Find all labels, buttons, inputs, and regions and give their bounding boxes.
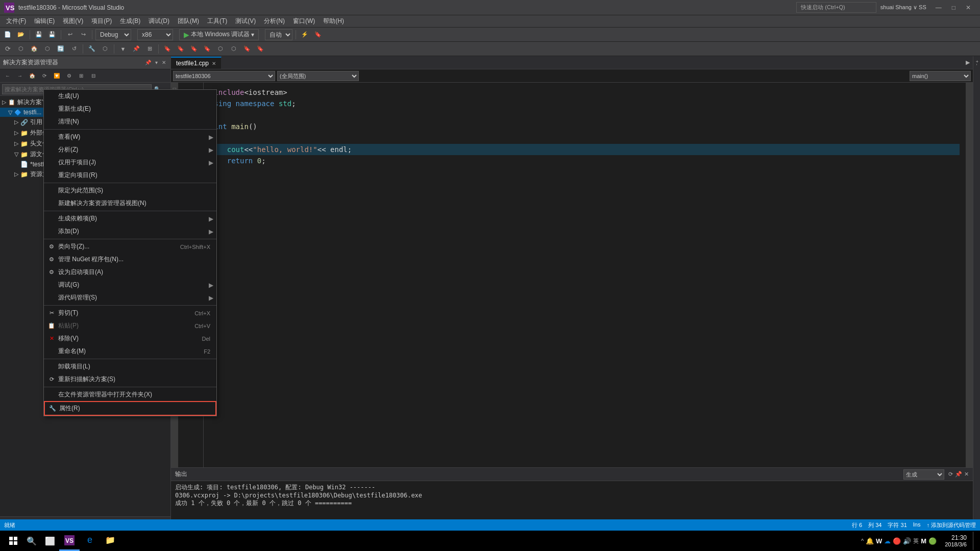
cm-view[interactable]: 查看(W) ▶ bbox=[44, 131, 216, 143]
function-dropdown[interactable]: main() bbox=[910, 71, 971, 81]
tb2-bookmark6-btn[interactable]: ⬡ bbox=[215, 43, 226, 55]
menu-file[interactable]: 文件(F) bbox=[2, 15, 30, 28]
cm-rescan[interactable]: ⟳ 重新扫描解决方案(S) bbox=[44, 373, 216, 386]
maximize-btn[interactable]: □ bbox=[947, 3, 961, 12]
cm-source-control[interactable]: 源代码管理(S) ▶ bbox=[44, 291, 216, 304]
menu-window[interactable]: 窗口(W) bbox=[289, 15, 319, 28]
start-btn[interactable] bbox=[4, 532, 22, 550]
cm-class-wizard[interactable]: ⚙ 类向导(Z)... Ctrl+Shift+X bbox=[44, 240, 216, 253]
se-expand-all[interactable]: ⊞ bbox=[76, 70, 87, 82]
cm-open-folder[interactable]: 在文件资源管理器中打开文件夹(X) bbox=[44, 388, 216, 401]
menu-view[interactable]: 视图(V) bbox=[59, 15, 87, 28]
cm-set-startup[interactable]: ⚙ 设为启动项目(A) bbox=[44, 266, 216, 279]
tray-w[interactable]: W bbox=[876, 537, 882, 545]
tb2-pin-btn[interactable]: 📌 bbox=[131, 43, 142, 55]
se-nav-fwd[interactable]: → bbox=[14, 70, 26, 82]
tab-testfile1-close[interactable]: ✕ bbox=[212, 61, 216, 66]
tray-onedrive[interactable]: ☁ bbox=[884, 537, 891, 545]
edge-taskbar-btn[interactable]: e bbox=[80, 531, 100, 551]
tray-lang[interactable]: 英 bbox=[913, 537, 919, 545]
menu-help[interactable]: 帮助(H) bbox=[319, 15, 348, 28]
tb2-bookmark5-btn[interactable]: 🔖 bbox=[202, 43, 213, 55]
output-pin-btn[interactable]: 📌 bbox=[955, 471, 962, 478]
tb2-btn8[interactable]: ⬡ bbox=[100, 43, 111, 55]
scrollbar-right[interactable] bbox=[966, 83, 973, 467]
cm-add[interactable]: 添加(D) ▶ bbox=[44, 225, 216, 238]
cm-scope[interactable]: 限定为此范围(S) bbox=[44, 184, 216, 197]
right-btn2[interactable]: - bbox=[974, 64, 979, 65]
undo-btn[interactable]: ↩ bbox=[64, 29, 76, 40]
new-project-btn[interactable]: 📄 bbox=[2, 29, 13, 40]
cm-build[interactable]: 生成(U) bbox=[44, 90, 216, 103]
cm-retarget[interactable]: 重定向项目(R) bbox=[44, 169, 216, 182]
se-close-btn[interactable]: ✕ bbox=[160, 59, 167, 66]
save-all-btn[interactable]: 💾 bbox=[46, 29, 58, 40]
save-btn[interactable]: 💾 bbox=[33, 29, 44, 40]
tb2-btn3[interactable]: 🏠 bbox=[29, 43, 40, 55]
performance-btn[interactable]: ⚡ bbox=[299, 29, 310, 40]
menu-debug[interactable]: 调试(D) bbox=[144, 15, 174, 28]
tb2-btn2[interactable]: ⬡ bbox=[15, 43, 27, 55]
tab-scroll-right[interactable]: ▶ bbox=[963, 58, 973, 67]
tb2-bookmark8-btn[interactable]: 🔖 bbox=[241, 43, 253, 55]
se-nav-back[interactable]: ← bbox=[2, 70, 13, 82]
task-view-btn[interactable]: ⬜ bbox=[41, 532, 59, 550]
show-desktop-btn[interactable] bbox=[973, 532, 976, 550]
tb2-bookmark7-btn[interactable]: ⬡ bbox=[228, 43, 239, 55]
menu-tools[interactable]: 工具(T) bbox=[203, 15, 231, 28]
menu-team[interactable]: 团队(M) bbox=[174, 15, 203, 28]
tray-bell[interactable]: 🔔 bbox=[866, 537, 874, 545]
cm-rename[interactable]: 重命名(M) F2 bbox=[44, 345, 216, 358]
cm-debug-sub[interactable]: 调试(G) ▶ bbox=[44, 279, 216, 291]
close-btn[interactable]: ✕ bbox=[961, 3, 976, 12]
menu-test[interactable]: 测试(V) bbox=[231, 15, 260, 28]
run-dropdown-arrow[interactable]: ▾ bbox=[251, 31, 254, 38]
cm-clean[interactable]: 清理(N) bbox=[44, 115, 216, 128]
cm-analyze[interactable]: 分析(Z) ▶ bbox=[44, 143, 216, 156]
tb2-btn1[interactable]: ⟳ bbox=[2, 43, 13, 55]
code-area[interactable]: ▽ 1 2 3 4 5 6 7 #include<iostream> using… bbox=[171, 83, 973, 467]
tb2-bookmark4-btn[interactable]: 🔖 bbox=[188, 43, 200, 55]
bookmark-btn[interactable]: 🔖 bbox=[312, 29, 324, 40]
se-collapse-all[interactable]: ⊟ bbox=[88, 70, 99, 82]
se-dropdown-btn[interactable]: ▾ bbox=[154, 59, 159, 66]
output-source-dropdown[interactable]: 生成 bbox=[903, 469, 944, 480]
cm-rebuild[interactable]: 重新生成(E) bbox=[44, 103, 216, 115]
se-home[interactable]: 🏠 bbox=[27, 70, 38, 82]
vs-taskbar-btn[interactable]: VS bbox=[59, 531, 80, 551]
right-btn1[interactable]: + bbox=[974, 60, 979, 63]
tray-volume[interactable]: 🔊 bbox=[903, 537, 911, 545]
se-sync[interactable]: ⟳ bbox=[39, 70, 50, 82]
tray-green[interactable]: 🟢 bbox=[928, 537, 937, 545]
explorer-taskbar-btn[interactable]: 📁 bbox=[100, 531, 120, 551]
cm-project-only[interactable]: 仅用于项目(J) ▶ bbox=[44, 156, 216, 169]
debug-config-dropdown[interactable]: Debug bbox=[95, 29, 131, 40]
output-clear-btn[interactable]: ⟳ bbox=[948, 471, 953, 478]
auto-dropdown[interactable]: 自动 bbox=[265, 29, 292, 40]
tb2-btn7[interactable]: 🔧 bbox=[86, 43, 97, 55]
tb2-bookmark9-btn[interactable]: 🔖 bbox=[255, 43, 266, 55]
code-content[interactable]: #include<iostream> using namespace std; … bbox=[204, 83, 966, 467]
menu-edit[interactable]: 编辑(E) bbox=[30, 15, 59, 28]
menu-build[interactable]: 生成(B) bbox=[116, 15, 144, 28]
tb2-bookmark3-btn[interactable]: 🔖 bbox=[175, 43, 186, 55]
minimize-btn[interactable]: — bbox=[930, 3, 947, 12]
search-btn[interactable]: 🔍 bbox=[22, 532, 41, 550]
se-filter[interactable]: 🔽 bbox=[51, 70, 62, 82]
run-btn[interactable]: ▶ 本地 Windows 调试器 ▾ bbox=[179, 29, 259, 40]
tb2-btn4[interactable]: ⬡ bbox=[42, 43, 53, 55]
tb2-btn6[interactable]: ↺ bbox=[68, 43, 80, 55]
tb2-btn5[interactable]: 🔄 bbox=[55, 43, 66, 55]
platform-dropdown[interactable]: x86 bbox=[137, 29, 173, 40]
taskbar-clock[interactable]: 21:30 2018/3/6 bbox=[941, 534, 971, 547]
tb2-filter-btn[interactable]: ▼ bbox=[117, 43, 129, 55]
redo-btn[interactable]: ↪ bbox=[78, 29, 89, 40]
cm-cut[interactable]: ✂ 剪切(T) Ctrl+X bbox=[44, 307, 216, 319]
menu-project[interactable]: 项目(P) bbox=[87, 15, 116, 28]
tab-testfile1[interactable]: testfile1.cpp ✕ bbox=[171, 57, 222, 69]
quick-launch-bar[interactable]: 快速启动 (Ctrl+Q) bbox=[796, 2, 876, 13]
cm-unload[interactable]: 卸载项目(L) bbox=[44, 360, 216, 373]
tray-m[interactable]: M bbox=[921, 537, 926, 545]
cm-new-view[interactable]: 新建解决方案资源管理器视图(N) bbox=[44, 197, 216, 210]
scope-dropdown[interactable]: (全局范围) bbox=[277, 71, 359, 81]
